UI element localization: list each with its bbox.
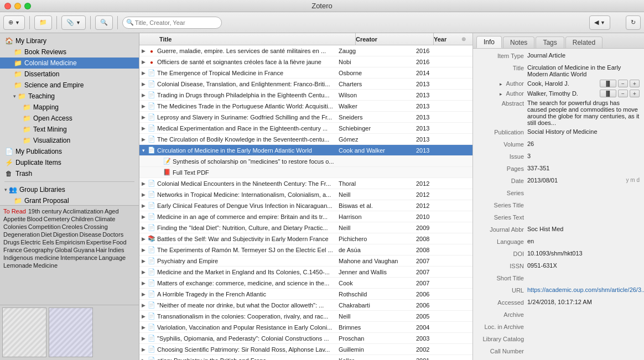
tag-guyana[interactable]: Guyana (73, 247, 95, 253)
tag-doctors[interactable]: Doctors (102, 231, 123, 238)
row-expander[interactable]: ▶ (139, 203, 147, 208)
tag-aged[interactable]: Aged (105, 208, 119, 215)
tag-language[interactable]: Language (98, 254, 126, 261)
tag-intemperance[interactable]: Intemperance (60, 254, 97, 261)
author2-value[interactable]: Walker, Timothy D. (527, 90, 598, 97)
tab-related[interactable]: Related (565, 36, 603, 48)
row-expander[interactable]: ▶ (139, 314, 147, 319)
sidebar-item-dissertation[interactable]: 📁 Dissertation (0, 69, 139, 80)
sync-button[interactable]: ↻ (626, 15, 641, 30)
table-row[interactable]: ▶ 📄 Variolation, Vaccination and Popular… (139, 322, 472, 333)
table-row[interactable]: ▶ ● Guerre, maladie, empire. Les service… (139, 45, 472, 56)
table-row[interactable]: ▶ 📄 Transnationalism in the colonies: Co… (139, 311, 472, 322)
row-expander[interactable]: ▶ (139, 48, 147, 54)
tag-colonies[interactable]: Colonies (3, 223, 27, 230)
accessed-value[interactable]: 1/24/2018, 10:17:12 AM (527, 299, 640, 305)
tag-to-read[interactable]: To Read (3, 208, 26, 215)
sidebar-item-grant-proposal[interactable]: 📁 Grant Proposal (0, 195, 139, 205)
url-value[interactable]: https://academic.oup.com/shm/article/26/… (527, 286, 644, 293)
table-row[interactable]: ▶ 📄 "Neither of meate nor drinke, but wh… (139, 300, 472, 311)
author2-triangle-icon[interactable]: ▸ (500, 91, 502, 97)
issn-value[interactable]: 0951-631X (527, 262, 640, 269)
row-expander[interactable]: ▶ (139, 225, 147, 231)
tag-cemetery[interactable]: Cemetery (44, 216, 70, 222)
sidebar-item-teaching[interactable]: ▾ 📁 Teaching (0, 91, 139, 102)
row-expander[interactable]: ▶ (139, 192, 147, 197)
table-row[interactable]: ▶ 📄 Medicine in an age of commerce and e… (139, 211, 472, 222)
locate-button[interactable]: 🔍 (95, 15, 113, 30)
author1-type-toggle[interactable]: ▐▌ (600, 80, 616, 87)
doi-value[interactable]: 10.1093/shm/hkt013 (527, 250, 640, 257)
tag-indies[interactable]: Indies (108, 247, 124, 253)
tag-crossing[interactable]: Crossing (84, 223, 107, 230)
row-expander[interactable]: ▾ (139, 148, 147, 153)
tag-creoles[interactable]: Creoles (62, 223, 83, 230)
table-row[interactable]: ▶ 📄 The Experiments of Ramón M. Termeyer… (139, 244, 472, 255)
language-value[interactable]: en (527, 238, 640, 244)
sidebar-item-my-library[interactable]: 🏠 My Library (0, 35, 139, 46)
author2-minus-button[interactable]: − (618, 90, 628, 97)
sidebar-item-mapping[interactable]: 📁 Mapping (0, 102, 139, 113)
issue-value[interactable]: 3 (527, 153, 640, 159)
add-column-button[interactable]: ⊕ (461, 36, 472, 42)
table-row[interactable]: ▶ 📄 Colonial Disease, Translation, and E… (139, 79, 472, 90)
table-row[interactable]: ▶ 📄 Leprosy and Slavery in Suriname: God… (139, 112, 472, 123)
author2-plus-button[interactable]: + (630, 90, 640, 97)
tag-medicine[interactable]: Medicine (33, 262, 58, 269)
tag-blood[interactable]: Blood (27, 216, 42, 222)
author1-minus-button[interactable]: − (618, 80, 628, 87)
row-expander[interactable]: ▶ (139, 291, 147, 297)
tab-info[interactable]: Info (476, 36, 502, 48)
row-expander[interactable]: ▶ (139, 114, 147, 120)
sidebar-item-text-mining[interactable]: 📁 Text Mining (0, 124, 139, 135)
item-type-value[interactable]: Journal Article (527, 52, 640, 59)
row-expander[interactable]: ▶ (139, 59, 147, 65)
author1-plus-button[interactable]: + (630, 80, 640, 87)
maximize-button[interactable] (24, 3, 31, 9)
sidebar-item-trash[interactable]: 🗑 Trash (0, 168, 139, 179)
row-expander[interactable]: ▶ (139, 347, 147, 352)
tag-competition[interactable]: Competition (28, 223, 61, 230)
tag-children[interactable]: Children (71, 216, 94, 222)
table-row[interactable]: ▶ 📄 Choosing Scientific Patrimony: Sir R… (139, 344, 472, 355)
sidebar-item-open-access[interactable]: 📁 Open Access (0, 113, 139, 124)
row-expander[interactable]: ▶ (139, 258, 147, 264)
minimize-button[interactable] (14, 3, 21, 9)
journal-abbr-value[interactable]: Soc Hist Med (527, 226, 640, 232)
table-row[interactable]: ▶ 📄 A Horrible Tragedy in the French Atl… (139, 289, 472, 300)
search-input[interactable] (122, 17, 222, 29)
table-row[interactable]: ▶ 📄 Medicine and the Market in England a… (139, 267, 472, 278)
sidebar-group-libraries-header[interactable]: ▾ 👥 Group Libraries (0, 184, 139, 195)
tag-19c[interactable]: 19th century (28, 208, 62, 215)
new-collection-button[interactable]: 📁 (34, 15, 52, 30)
tag-expertise[interactable]: Expertise (86, 239, 112, 246)
row-expander[interactable]: ▶ (139, 302, 147, 308)
sidebar-item-my-publications[interactable]: 📄 My Publications (0, 146, 139, 157)
table-row[interactable]: ▶ 📄 Medical Experimentation and Race in … (139, 123, 472, 134)
tag-hair[interactable]: Hair (96, 247, 107, 253)
table-row[interactable]: ▶ 📄 Networks in Tropical Medicine: Inter… (139, 189, 472, 200)
table-row-selected[interactable]: ▾ 📄 Circulation of Medicine in the Early… (139, 145, 472, 156)
table-row[interactable]: ▶ 📚 Battles of the Self: War and Subject… (139, 233, 472, 244)
date-value[interactable]: 2013/08/01 (527, 177, 624, 184)
new-item-button[interactable]: ⊕ ▼ (3, 15, 25, 30)
tag-digestion[interactable]: Digestion (53, 231, 79, 238)
table-row[interactable]: ▶ 📄 Trading in Drugs through Philadelphi… (139, 90, 472, 101)
row-expander[interactable]: ▶ (139, 247, 147, 253)
row-expander[interactable]: ▶ (139, 126, 147, 131)
table-row[interactable]: ▶ 📄 Colonial Medical Encounters in the N… (139, 178, 472, 189)
close-button[interactable] (4, 3, 11, 9)
row-expander[interactable]: ▶ (139, 236, 147, 242)
tag-empiricism[interactable]: Empiricism (55, 239, 85, 246)
row-expander[interactable]: ▶ (139, 214, 147, 220)
tag-climate[interactable]: Climate (95, 216, 115, 222)
tag-geography[interactable]: Geography (23, 247, 53, 253)
tag-global[interactable]: Global (55, 247, 72, 253)
tag-food[interactable]: Food (113, 239, 127, 246)
table-row[interactable]: ▶ 📄 ation: Psychiatry in the British and… (139, 355, 472, 360)
row-expander[interactable]: ▶ (139, 81, 147, 87)
table-row-child[interactable]: 📕 Full Text PDF (139, 167, 472, 178)
row-expander[interactable]: ▶ (139, 325, 147, 330)
back-button[interactable]: ◀ ▼ (589, 15, 610, 30)
sidebar-item-duplicate-items[interactable]: ⚡ Duplicate Items (0, 157, 139, 168)
